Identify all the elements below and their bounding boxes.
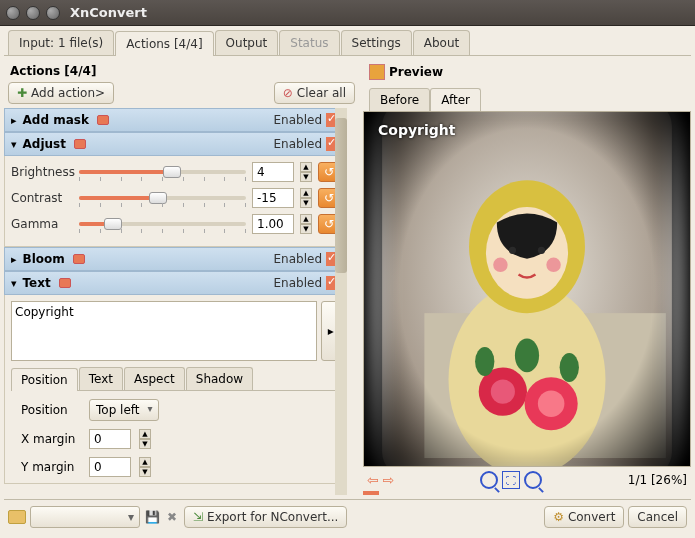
preview-heading: Preview	[389, 65, 443, 79]
gamma-label: Gamma	[11, 217, 73, 231]
export-icon: ⇲	[193, 510, 203, 524]
contrast-slider[interactable]	[79, 191, 246, 205]
preset-select[interactable]	[30, 506, 140, 528]
enabled-label: Enabled	[274, 276, 323, 290]
preview-status: 1/1 [26%]	[628, 473, 687, 487]
clear-icon: ⊘	[283, 86, 293, 100]
titlebar: XnConvert	[0, 0, 695, 26]
preview-tab-after[interactable]: After	[430, 88, 481, 112]
contrast-label: Contrast	[11, 191, 73, 205]
convert-button[interactable]: ⚙ Convert	[544, 506, 624, 528]
position-label: Position	[21, 403, 81, 417]
enabled-label: Enabled	[274, 137, 323, 151]
delete-preset-icon[interactable]: ✖	[164, 509, 180, 525]
remove-action-icon[interactable]	[97, 115, 109, 125]
save-preset-icon[interactable]: 💾	[144, 509, 160, 525]
spin-up[interactable]: ▲	[139, 457, 151, 467]
main-tabs: Input: 1 file(s) Actions [4/4] Output St…	[4, 30, 691, 56]
tab-actions[interactable]: Actions [4/4]	[115, 31, 213, 56]
remove-action-icon[interactable]	[59, 278, 71, 288]
svg-rect-18	[364, 112, 690, 466]
remove-action-icon[interactable]	[74, 139, 86, 149]
tab-about[interactable]: About	[413, 30, 470, 55]
action-adjust-title: Adjust	[23, 137, 66, 151]
preview-icon	[369, 64, 385, 80]
enabled-label: Enabled	[274, 252, 323, 266]
add-action-label: Add action>	[31, 86, 105, 100]
export-label: Export for NConvert...	[207, 510, 338, 524]
contrast-value[interactable]	[252, 188, 294, 208]
y-margin-label: Y margin	[21, 460, 81, 474]
spin-down[interactable]: ▼	[300, 198, 312, 208]
action-adjust-header[interactable]: Adjust Enabled	[4, 132, 347, 156]
export-nconvert-button[interactable]: ⇲ Export for NConvert...	[184, 506, 347, 528]
tab-status: Status	[279, 30, 339, 55]
gamma-slider[interactable]	[79, 217, 246, 231]
position-select[interactable]: Top left	[89, 399, 159, 421]
preview-tab-before[interactable]: Before	[369, 88, 430, 112]
spin-down[interactable]: ▼	[139, 467, 151, 477]
actions-heading: Actions [4/4]	[10, 64, 96, 78]
tab-settings[interactable]: Settings	[341, 30, 412, 55]
brightness-value[interactable]	[252, 162, 294, 182]
subtab-aspect[interactable]: Aspect	[124, 367, 185, 390]
convert-label: Convert	[568, 510, 615, 524]
x-margin-input[interactable]	[89, 429, 131, 449]
x-margin-label: X margin	[21, 432, 81, 446]
action-adjust-body: Brightness ▲▼ ↺ Contrast	[4, 156, 347, 247]
cancel-label: Cancel	[637, 510, 678, 524]
subtab-position[interactable]: Position	[11, 368, 78, 391]
add-action-button[interactable]: ✚ Add action>	[8, 82, 114, 104]
open-folder-icon[interactable]	[8, 510, 26, 524]
brightness-label: Brightness	[11, 165, 73, 179]
actions-scrollbar[interactable]	[335, 108, 347, 495]
action-text-body: ▸ Position Text Aspect Shadow Position T…	[4, 295, 347, 484]
subtab-shadow[interactable]: Shadow	[186, 367, 253, 390]
tab-input[interactable]: Input: 1 file(s)	[8, 30, 114, 55]
zoom-fit-icon[interactable]: ⛶	[502, 471, 520, 489]
gamma-value[interactable]	[252, 214, 294, 234]
spin-down[interactable]: ▼	[139, 439, 151, 449]
gear-icon: ⚙	[553, 510, 564, 524]
spin-up[interactable]: ▲	[300, 188, 312, 198]
action-text-header[interactable]: Text Enabled	[4, 271, 347, 295]
action-add-mask-title: Add mask	[23, 113, 89, 127]
spin-down[interactable]: ▼	[300, 172, 312, 182]
enabled-label: Enabled	[274, 113, 323, 127]
preview-watermark-text: Copyright	[378, 122, 455, 138]
spin-up[interactable]: ▲	[139, 429, 151, 439]
action-text-title: Text	[23, 276, 51, 290]
action-bloom-header[interactable]: Bloom Enabled	[4, 247, 347, 271]
y-margin-input[interactable]	[89, 457, 131, 477]
clear-all-label: Clear all	[297, 86, 346, 100]
prev-image-icon[interactable]: ⇦	[367, 472, 379, 488]
watermark-text-input[interactable]	[11, 301, 317, 361]
progress-bar	[363, 491, 379, 495]
brightness-slider[interactable]	[79, 165, 246, 179]
spin-down[interactable]: ▼	[300, 224, 312, 234]
zoom-in-icon[interactable]	[480, 471, 498, 489]
spin-up[interactable]: ▲	[300, 162, 312, 172]
plus-icon: ✚	[17, 86, 27, 100]
window-title: XnConvert	[70, 5, 147, 20]
subtab-text[interactable]: Text	[79, 367, 123, 390]
cancel-button[interactable]: Cancel	[628, 506, 687, 528]
position-value: Top left	[96, 403, 140, 417]
window-minimize-icon[interactable]	[26, 6, 40, 20]
spin-up[interactable]: ▲	[300, 214, 312, 224]
window-maximize-icon[interactable]	[46, 6, 60, 20]
tab-output[interactable]: Output	[215, 30, 279, 55]
preview-image: Copyright	[363, 111, 691, 467]
action-add-mask-header[interactable]: Add mask Enabled	[4, 108, 347, 132]
zoom-out-icon[interactable]	[524, 471, 542, 489]
window-close-icon[interactable]	[6, 6, 20, 20]
clear-all-button[interactable]: ⊘ Clear all	[274, 82, 355, 104]
remove-action-icon[interactable]	[73, 254, 85, 264]
action-bloom-title: Bloom	[23, 252, 65, 266]
next-image-icon[interactable]: ⇨	[383, 472, 395, 488]
